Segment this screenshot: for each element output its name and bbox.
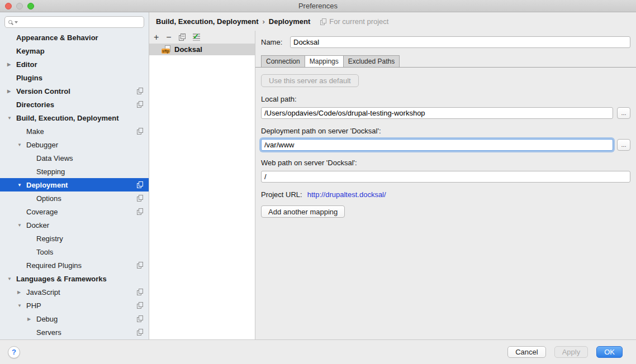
sidebar-item-javascript[interactable]: ▶JavaScript — [0, 285, 149, 299]
sidebar-item-version-control[interactable]: ▶Version Control — [0, 84, 149, 98]
sidebar-item-keymap[interactable]: Keymap — [0, 44, 149, 58]
chevron-collapsed-icon[interactable]: ▶ — [7, 62, 16, 67]
sidebar-item-label: Version Control — [16, 87, 70, 95]
web-path-row — [261, 171, 630, 183]
chevron-expanded-icon[interactable]: ▼ — [17, 223, 26, 228]
sftp-badge: sftp — [162, 49, 170, 54]
shared-settings-icon — [137, 88, 143, 94]
sidebar-item-appearance-behavior[interactable]: Appearance & Behavior — [0, 31, 149, 44]
local-path-browse-button[interactable]: ... — [617, 107, 630, 119]
shared-settings-icon — [137, 181, 143, 188]
name-input[interactable] — [290, 36, 630, 48]
shared-settings-icon — [137, 329, 143, 336]
shared-settings-icon — [137, 195, 143, 202]
use-as-default-icon[interactable] — [193, 33, 200, 41]
chevron-collapsed-icon[interactable]: ▶ — [27, 317, 36, 322]
search-history-caret-icon[interactable] — [15, 21, 18, 23]
sidebar-item-make[interactable]: Make — [0, 124, 149, 138]
add-server-icon[interactable]: + — [154, 33, 159, 42]
tabs-divider — [255, 67, 636, 68]
chevron-expanded-icon[interactable]: ▼ — [7, 276, 16, 281]
sidebar-item-label: Required Plugins — [26, 261, 82, 270]
sidebar-item-plugins[interactable]: Plugins — [0, 71, 149, 84]
ok-button[interactable]: OK — [596, 346, 623, 358]
sidebar-item-label: Coverage — [26, 208, 58, 216]
settings-sidebar: Appearance & BehaviorKeymap▶EditorPlugin… — [0, 12, 149, 339]
sidebar-item-editor[interactable]: ▶Editor — [0, 58, 149, 71]
shared-settings-icon — [137, 262, 143, 269]
sidebar-item-required-plugins[interactable]: Required Plugins — [0, 258, 149, 272]
chevron-expanded-icon[interactable]: ▼ — [17, 142, 26, 147]
sidebar-item-label: JavaScript — [26, 288, 60, 296]
web-path-input[interactable] — [261, 171, 630, 183]
tab-mappings[interactable]: Mappings — [305, 55, 344, 67]
sidebar-item-deployment[interactable]: ▼Deployment — [0, 178, 149, 191]
sidebar-item-label: Make — [26, 127, 44, 136]
sidebar-item-label: Appearance & Behavior — [16, 33, 98, 42]
sidebar-item-label: Debug — [36, 315, 58, 323]
sidebar-item-label: Build, Execution, Deployment — [16, 114, 118, 122]
shared-settings-icon — [137, 289, 143, 295]
sidebar-item-options[interactable]: Options — [0, 191, 149, 205]
sidebar-item-label: Keymap — [16, 47, 45, 55]
sidebar-item-label: Stepping — [36, 167, 65, 176]
project-url-link[interactable]: http://drupaltest.docksal/ — [307, 190, 386, 199]
sidebar-item-debug[interactable]: ▶Debug — [0, 312, 149, 325]
sidebar-item-stepping[interactable]: Stepping — [0, 165, 149, 178]
use-server-default-button[interactable]: Use this server as default — [261, 74, 359, 87]
duplicate-server-icon[interactable] — [179, 33, 186, 41]
server-item-docksal[interactable]: sftpDocksal — [149, 44, 255, 55]
breadcrumb: Build, Execution, Deployment › Deploymen… — [156, 17, 310, 26]
local-path-row: ... — [261, 107, 630, 119]
zoom-window-icon[interactable] — [27, 3, 34, 9]
preferences-window: Preferences Appearance & BehaviorKeymap▶… — [0, 0, 636, 364]
breadcrumb-parent[interactable]: Build, Execution, Deployment — [156, 17, 258, 26]
local-path-label: Local path: — [261, 95, 630, 103]
sidebar-item-debugger[interactable]: ▼Debugger — [0, 138, 149, 151]
sidebar-item-build-execution-deployment[interactable]: ▼Build, Execution, Deployment — [0, 111, 149, 124]
local-path-input[interactable] — [261, 107, 613, 119]
server-item-label: Docksal — [174, 45, 202, 54]
close-window-icon[interactable] — [5, 3, 12, 9]
sidebar-item-label: Languages & Frameworks — [16, 275, 107, 283]
deployment-path-input[interactable] — [261, 139, 613, 151]
sidebar-item-directories[interactable]: Directories — [0, 98, 149, 111]
server-toolbar: + − — [149, 31, 255, 44]
sidebar-item-php[interactable]: ▼PHP — [0, 299, 149, 312]
scope-label: For current project — [329, 17, 388, 26]
chevron-expanded-icon[interactable]: ▼ — [7, 116, 16, 121]
chevron-collapsed-icon[interactable]: ▶ — [7, 89, 16, 94]
tab-connection[interactable]: Connection — [261, 55, 305, 67]
sidebar-item-tools[interactable]: Tools — [0, 245, 149, 258]
sidebar-item-label: Deployment — [26, 181, 68, 189]
shared-settings-icon — [137, 128, 143, 135]
breadcrumb-separator: › — [262, 17, 264, 26]
project-url-label: Project URL: — [261, 190, 302, 199]
remove-server-icon[interactable]: − — [166, 33, 171, 42]
sidebar-item-languages-frameworks[interactable]: ▼Languages & Frameworks — [0, 272, 149, 285]
scope-indicator: For current project — [320, 17, 388, 26]
chevron-expanded-icon[interactable]: ▼ — [17, 303, 26, 308]
sidebar-item-label: Editor — [16, 60, 37, 69]
sidebar-item-coverage[interactable]: Coverage — [0, 205, 149, 218]
cancel-button[interactable]: Cancel — [507, 346, 545, 358]
sidebar-item-servers[interactable]: Servers — [0, 325, 149, 339]
chevron-expanded-icon[interactable]: ▼ — [17, 183, 26, 188]
sidebar-item-label: Registry — [36, 234, 63, 243]
apply-button[interactable]: Apply — [554, 346, 588, 358]
tab-excluded-paths[interactable]: Excluded Paths — [343, 55, 400, 67]
sidebar-item-data-views[interactable]: Data Views — [0, 151, 149, 165]
for-current-project-icon — [320, 18, 326, 25]
window-title: Preferences — [298, 2, 338, 10]
help-button[interactable]: ? — [8, 346, 20, 358]
settings-search-box[interactable] — [4, 16, 144, 28]
sidebar-item-docker[interactable]: ▼Docker — [0, 218, 149, 232]
chevron-collapsed-icon[interactable]: ▶ — [17, 290, 26, 295]
deployment-path-browse-button[interactable]: ... — [617, 139, 630, 151]
traffic-lights — [5, 3, 34, 9]
sidebar-item-label: Debugger — [26, 141, 58, 149]
search-input[interactable] — [21, 18, 140, 27]
footer-bar: ? Cancel Apply OK — [0, 339, 636, 364]
add-mapping-button[interactable]: Add another mapping — [261, 205, 345, 218]
sidebar-item-registry[interactable]: Registry — [0, 232, 149, 245]
